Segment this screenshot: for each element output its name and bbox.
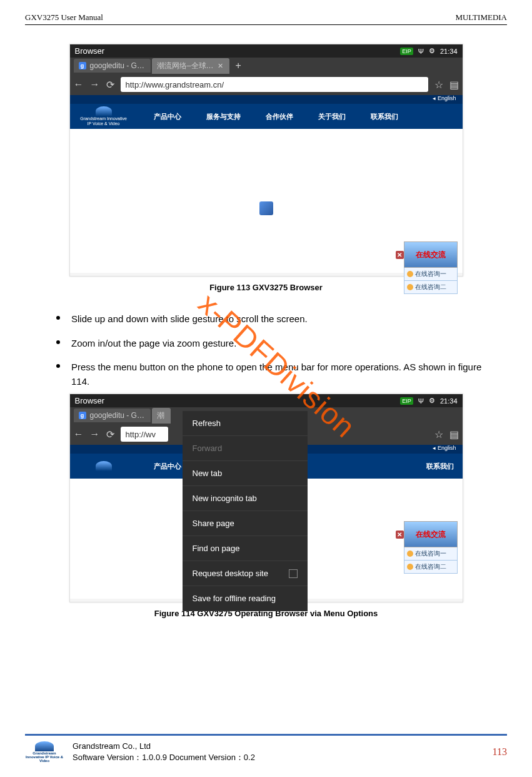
- nav-item[interactable]: 产品中心: [154, 462, 181, 471]
- bullet-icon: [56, 364, 60, 368]
- browser-tab-1[interactable]: g googleditu - G…: [74, 409, 151, 422]
- back-icon[interactable]: ←: [74, 79, 84, 90]
- close-icon[interactable]: ✕: [396, 251, 404, 259]
- menu-item-new-tab[interactable]: New tab: [183, 461, 308, 486]
- header-right: MULTIMEDIA: [455, 13, 507, 23]
- language-toggle[interactable]: ◂ English: [433, 445, 456, 451]
- eip-badge-icon: EIP: [400, 48, 413, 55]
- callout-title: 在线交流: [416, 250, 446, 260]
- chat-option[interactable]: 在线咨询一: [404, 268, 458, 281]
- header-left: GXV3275 User Manual: [25, 13, 103, 23]
- bullet-icon: [407, 271, 413, 277]
- reload-icon[interactable]: ⟳: [106, 429, 114, 440]
- bookmarks-icon[interactable]: ▤: [449, 429, 459, 440]
- bookmark-star-icon[interactable]: ☆: [434, 79, 443, 91]
- settings-gear-icon: ⚙: [429, 47, 435, 55]
- url-field[interactable]: http://www.grandstream.cn/: [121, 77, 428, 92]
- nav-item[interactable]: 产品中心: [154, 112, 181, 121]
- footer-rule: [25, 734, 507, 736]
- bullet-icon: [407, 284, 413, 290]
- online-chat-widget[interactable]: ✕ 在线交流 在线咨询一 在线咨询二: [404, 521, 458, 574]
- google-icon: g: [79, 62, 86, 69]
- chat-option[interactable]: 在线咨询一: [404, 547, 458, 561]
- status-time: 21:34: [440, 397, 458, 405]
- app-title: Browser: [75, 46, 105, 56]
- status-time: 21:34: [440, 48, 458, 55]
- menu-item-share[interactable]: Share page: [183, 511, 308, 536]
- language-toggle[interactable]: ◂ English: [433, 95, 456, 101]
- browser-tab-1[interactable]: g googleditu - G…: [74, 59, 151, 73]
- grandstream-logo-icon: Grandstream Innovative IP Voice & Video: [25, 741, 64, 763]
- bullet-list: Slide up and down with slide gesture to …: [56, 307, 488, 394]
- nav-item[interactable]: 联系我们: [426, 462, 454, 471]
- bullet-icon: [56, 316, 60, 320]
- callout-title: 在线交流: [416, 529, 446, 540]
- tab-label: 潮流网络–全球…: [157, 61, 214, 71]
- back-icon[interactable]: ←: [74, 429, 84, 440]
- chat-option[interactable]: 在线咨询二: [404, 561, 458, 574]
- eip-badge-icon: EIP: [400, 397, 413, 405]
- chat-option[interactable]: 在线咨询二: [404, 281, 458, 294]
- tab-label: googleditu - G…: [90, 61, 144, 70]
- figure-113-screenshot: Browser EIP Ψ ⚙ 21:34 g googleditu - G… …: [69, 44, 463, 277]
- bullet-text: Press the menu button on the phone to op…: [71, 355, 488, 394]
- reload-icon[interactable]: ⟳: [106, 79, 114, 91]
- page-number: 113: [493, 746, 507, 758]
- online-chat-widget[interactable]: ✕ 在线交流 在线咨询一 在线咨询二: [404, 241, 458, 294]
- menu-item-offline[interactable]: Save for offline reading: [183, 586, 308, 611]
- bookmarks-icon[interactable]: ▤: [449, 79, 459, 91]
- footer-text: Grandstream Co., Ltd Software Version：1.…: [73, 741, 255, 763]
- browser-tab-2[interactable]: 潮流网络–全球… ✕: [152, 58, 229, 74]
- settings-gear-icon: ⚙: [429, 397, 435, 405]
- header-rule: [25, 24, 507, 25]
- cube-icon: [259, 201, 273, 215]
- menu-item-forward: Forward: [183, 436, 308, 461]
- site-body: ✕ 在线交流 在线咨询一 在线咨询二: [70, 129, 463, 273]
- psi-icon: Ψ: [418, 397, 424, 405]
- close-icon[interactable]: ✕: [218, 62, 223, 70]
- menu-item-refresh[interactable]: Refresh: [183, 411, 308, 436]
- bullet-icon: [407, 564, 413, 570]
- bullet-icon: [407, 551, 413, 557]
- nav-item[interactable]: 联系我们: [371, 112, 398, 121]
- nav-item[interactable]: 合作伙伴: [266, 112, 293, 121]
- nav-item[interactable]: 关于我们: [318, 112, 346, 121]
- close-icon[interactable]: ✕: [396, 531, 404, 539]
- psi-icon: Ψ: [418, 48, 424, 55]
- new-tab-button[interactable]: +: [231, 60, 246, 71]
- google-icon: g: [79, 412, 86, 419]
- menu-item-desktop-site[interactable]: Request desktop site: [183, 561, 308, 586]
- browser-tab-2[interactable]: 潮: [152, 408, 171, 424]
- bullet-icon: [56, 340, 60, 344]
- forward-icon[interactable]: →: [90, 429, 100, 440]
- grandstream-logo-icon: [79, 456, 129, 476]
- app-title: Browser: [75, 396, 105, 405]
- menu-item-incognito[interactable]: New incognito tab: [183, 486, 308, 511]
- figure-114-screenshot: Browser EIP Ψ ⚙ 21:34 g googleditu - G… …: [69, 394, 463, 602]
- bookmark-star-icon[interactable]: ☆: [434, 429, 443, 440]
- menu-item-find[interactable]: Find on page: [183, 536, 308, 561]
- forward-icon[interactable]: →: [90, 79, 100, 90]
- site-header: Grandstream Innovative IP Voice & Video …: [70, 104, 463, 129]
- tab-label: googleditu - G…: [90, 411, 144, 420]
- browser-context-menu: Refresh Forward New tab New incognito ta…: [183, 411, 308, 611]
- bullet-text: Slide up and down with slide gesture to …: [71, 307, 488, 332]
- nav-item[interactable]: 服务与支持: [206, 112, 241, 121]
- url-field[interactable]: http://wv: [121, 427, 168, 442]
- bullet-text: Zoom in/out the page via zoom gesture.: [71, 332, 488, 356]
- grandstream-logo-icon: Grandstream Innovative IP Voice & Video: [79, 106, 129, 126]
- checkbox-icon[interactable]: [289, 569, 298, 578]
- tab-label: 潮: [157, 410, 164, 421]
